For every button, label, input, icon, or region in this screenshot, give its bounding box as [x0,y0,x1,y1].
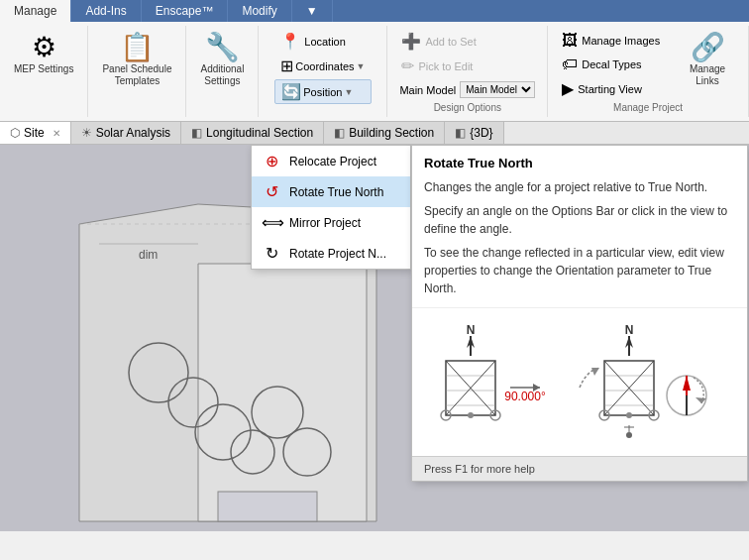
svg-text:90.000°: 90.000° [504,390,546,403]
ribbon-group-additional: 🔧 AdditionalSettings [186,26,259,117]
tab-more[interactable]: ▼ [292,0,333,22]
location-label: Location [304,36,346,48]
ribbon-group-panel-schedule: 📋 Panel ScheduleTemplates [88,26,186,117]
longitudinal-tab-icon: ◧ [191,126,202,140]
add-to-set-label: Add to Set [425,36,476,48]
rotate-north-icon: ↺ [262,182,281,201]
tab-enscape[interactable]: Enscape™ [142,0,229,22]
svg-point-22 [468,412,474,418]
rotate-project-north-item[interactable]: ↻ Rotate Project N... [252,238,410,269]
starting-view-button[interactable]: ▶ Starting View [556,77,679,100]
tab-manage[interactable]: Manage [0,0,71,22]
mep-settings-button[interactable]: ⚙ MEP Settings [8,30,79,79]
main-area: dim ⊕ Relocate Project ↺ Rotate True Nor… [0,145,749,531]
pick-to-edit-button: ✏ Pick to Edit [395,55,539,77]
view-tab-bar: ⬡ Site ✕ ☀ Solar Analysis ◧ Longitudinal… [0,122,749,145]
view-tab-building[interactable]: ◧ Building Section [324,122,445,144]
design-options-group-label: Design Options [434,102,501,113]
mirror-project-item[interactable]: ⟺ Mirror Project [252,207,410,238]
3d-tab-icon: ◧ [455,126,466,140]
main-model-label: Main Model [399,84,456,96]
mirror-icon: ⟺ [262,213,281,232]
tab-modify[interactable]: Modify [228,0,291,22]
site-tab-icon: ⬡ [10,126,20,140]
ribbon-group-manage-project: 🖼 Manage Images 🏷 Decal Types ▶ Starting… [548,26,749,117]
pick-to-edit-icon: ✏ [401,56,414,75]
manage-links-icon: 🔗 [691,34,725,61]
coordinates-arrow-icon: ▼ [357,61,366,71]
manage-links-button[interactable]: 🔗 ManageLinks [683,30,732,91]
ribbon-group-location: 📍 Location ⊞ Coordinates ▼ 🔄 Position ▼ [259,26,387,117]
site-tab-close[interactable]: ✕ [53,128,60,139]
3d-tab-label: {3D} [470,126,492,140]
view-tab-longitudinal[interactable]: ◧ Longitudinal Section [181,122,324,144]
longitudinal-tab-label: Longitudinal Section [206,126,313,140]
ribbon-content: ⚙ MEP Settings 📋 Panel ScheduleTemplates… [0,22,749,122]
coordinates-button[interactable]: ⊞ Coordinates ▼ [274,55,371,77]
coordinates-icon: ⊞ [280,56,293,75]
location-icon: 📍 [280,32,300,51]
position-label: Position [303,86,342,98]
view-tab-solar[interactable]: ☀ Solar Analysis [71,122,181,144]
relocate-icon: ⊕ [262,152,281,170]
panel-schedule-label: Panel ScheduleTemplates [102,63,171,87]
location-button[interactable]: 📍 Location [274,30,371,53]
ribbon-group-design-options: ➕ Add to Set ✏ Pick to Edit Main Model M… [387,26,548,117]
view-tab-3d[interactable]: ◧ {3D} [445,122,503,144]
tooltip-paragraph-2: Specify an angle on the Options Bar or c… [424,202,735,238]
additional-settings-label: AdditionalSettings [200,63,244,87]
tab-addins[interactable]: Add-Ins [71,0,141,22]
svg-point-44 [626,432,632,438]
decal-types-icon: 🏷 [562,56,578,73]
svg-marker-42 [683,376,691,391]
tooltip-paragraph-3: To see the change reflected in a particu… [424,244,735,297]
additional-settings-button[interactable]: 🔧 AdditionalSettings [194,30,250,91]
ribbon-tab-bar: Manage Add-Ins Enscape™ Modify ▼ [0,0,749,22]
rotate-project-icon: ↻ [262,244,281,263]
svg-text:dim: dim [139,248,158,262]
main-model-row: Main Model Main Model [395,79,539,100]
mep-icon: ⚙ [32,34,56,61]
svg-text:N: N [467,323,476,337]
tooltip-paragraph-1: Changes the angle for a project relative… [424,178,735,196]
solar-tab-icon: ☀ [81,126,92,140]
tooltip-popup: Rotate True North Changes the angle for … [411,145,748,482]
tooltip-body: Changes the angle for a project relative… [412,174,747,307]
additional-settings-icon: 🔧 [205,34,240,61]
mirror-label: Mirror Project [289,216,361,230]
svg-rect-7 [218,492,317,521]
manage-images-icon: 🖼 [562,32,578,50]
manage-project-group-label: Manage Project [613,102,683,113]
rotate-diagram-svg: N [426,316,733,445]
mep-label: MEP Settings [14,63,73,75]
starting-view-icon: ▶ [562,79,574,98]
svg-marker-38 [591,368,599,376]
position-dropdown-menu: ⊕ Relocate Project ↺ Rotate True North ⟺… [251,145,411,270]
manage-links-label: ManageLinks [690,63,725,87]
panel-schedule-button[interactable]: 📋 Panel ScheduleTemplates [96,30,177,91]
coordinates-label: Coordinates [295,60,354,72]
ribbon-group-mep: ⚙ MEP Settings [0,26,88,117]
view-tab-site[interactable]: ⬡ Site ✕ [0,122,71,144]
main-model-select[interactable]: Main Model [460,81,535,98]
rotate-true-north-item[interactable]: ↺ Rotate True North [252,176,410,207]
tooltip-title: Rotate True North [412,146,747,174]
starting-view-label: Starting View [578,83,642,95]
svg-point-37 [626,412,632,418]
decal-types-button[interactable]: 🏷 Decal Types [556,54,679,75]
svg-text:N: N [625,323,634,337]
rotate-project-label: Rotate Project N... [289,247,386,261]
add-to-set-button: ➕ Add to Set [395,30,539,53]
site-tab-label: Site [24,126,45,140]
position-button[interactable]: 🔄 Position ▼ [274,79,371,104]
position-icon: 🔄 [281,82,301,101]
solar-tab-label: Solar Analysis [96,126,170,140]
manage-images-button[interactable]: 🖼 Manage Images [556,30,679,52]
manage-images-label: Manage Images [582,35,660,47]
relocate-project-item[interactable]: ⊕ Relocate Project [252,146,410,176]
pick-to-edit-label: Pick to Edit [418,60,473,72]
relocate-label: Relocate Project [289,155,376,168]
decal-types-label: Decal Types [582,58,641,70]
add-to-set-icon: ➕ [401,32,421,51]
rotate-north-label: Rotate True North [289,185,383,199]
